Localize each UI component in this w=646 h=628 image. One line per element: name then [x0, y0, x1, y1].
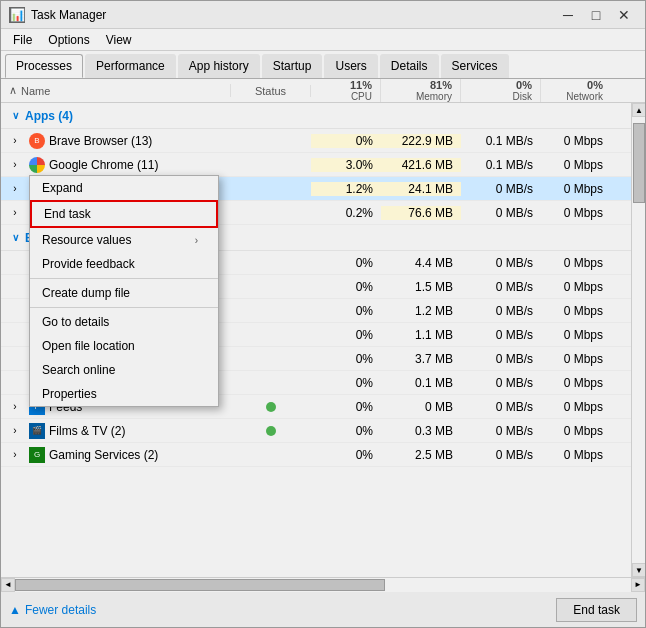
fewer-details-button[interactable]: ▲ Fewer details	[9, 603, 96, 617]
row-mem: 3.7 MB	[381, 352, 461, 366]
brave-label: Brave Browser (13)	[49, 134, 152, 148]
ctx-expand[interactable]: Expand	[30, 176, 218, 200]
row-cpu: 0%	[311, 424, 381, 438]
col-header-cpu[interactable]: 11% CPU	[311, 79, 381, 102]
expand-app4-icon[interactable]: ›	[9, 207, 21, 219]
ctx-search-online-label: Search online	[42, 363, 115, 377]
col-header-disk[interactable]: 0% Disk	[461, 79, 541, 102]
bottom-bar: ▲ Fewer details End task	[1, 591, 645, 627]
ctx-create-dump[interactable]: Create dump file	[30, 281, 218, 305]
table-row[interactable]: › 🎬 Films & TV (2) 0% 0.3 MB 0 MB/s 0 Mb…	[1, 419, 631, 443]
scroll-left-button[interactable]: ◄	[1, 578, 15, 592]
ctx-provide-feedback[interactable]: Provide feedback	[30, 252, 218, 276]
col-header-status[interactable]: Status	[231, 85, 311, 97]
row-disk: 0 MB/s	[461, 280, 541, 294]
minimize-button[interactable]: ─	[555, 5, 581, 25]
ctx-provide-feedback-label: Provide feedback	[42, 257, 135, 271]
green-dot-films	[266, 426, 276, 436]
col-header-network[interactable]: 0% Network	[541, 79, 611, 102]
films-label: Films & TV (2)	[49, 424, 125, 438]
col-header-memory[interactable]: 81% Memory	[381, 79, 461, 102]
expand-bg-icon[interactable]: ∨	[9, 232, 21, 244]
row-disk: 0 MB/s	[461, 304, 541, 318]
row-mem: 0.1 MB	[381, 376, 461, 390]
close-button[interactable]: ✕	[611, 5, 637, 25]
tab-app-history[interactable]: App history	[178, 54, 260, 78]
ctx-open-file-location[interactable]: Open file location	[30, 334, 218, 358]
tab-processes[interactable]: Processes	[5, 54, 83, 78]
expand-selected-icon[interactable]: ›	[9, 183, 21, 195]
expand-apps-icon[interactable]: ∨	[9, 110, 21, 122]
content-area: ∨ Apps (4) › B Brave Browser (13) 0% 222…	[1, 103, 645, 577]
ctx-end-task[interactable]: End task	[30, 200, 218, 228]
ctx-expand-label: Expand	[42, 181, 83, 195]
scrollbar-thumb[interactable]	[633, 123, 645, 203]
table-row[interactable]: › Google Chrome (11) 3.0% 421.6 MB 0.1 M…	[1, 153, 631, 177]
scroll-down-button[interactable]: ▼	[632, 563, 645, 577]
menu-options[interactable]: Options	[40, 31, 97, 49]
title-bar: 📊 Task Manager ─ □ ✕	[1, 1, 645, 29]
ctx-search-online[interactable]: Search online	[30, 358, 218, 382]
row-net: 0 Mbps	[541, 304, 611, 318]
row-net: 0 Mbps	[541, 280, 611, 294]
section-apps: ∨ Apps (4)	[1, 103, 631, 129]
table-row[interactable]: › G Gaming Services (2) 0% 2.5 MB 0 MB/s…	[1, 443, 631, 467]
horizontal-scrollbar[interactable]: ◄ ►	[1, 577, 645, 591]
row-mem: 24.1 MB	[381, 182, 461, 196]
menu-bar: File Options View	[1, 29, 645, 51]
row-cpu: 1.2%	[311, 182, 381, 196]
expand-brave-icon[interactable]: ›	[9, 135, 21, 147]
expand-films-icon[interactable]: ›	[9, 425, 21, 437]
tab-details[interactable]: Details	[380, 54, 439, 78]
row-cpu: 0%	[311, 328, 381, 342]
tab-services[interactable]: Services	[441, 54, 509, 78]
gaming-label: Gaming Services (2)	[49, 448, 158, 462]
tab-users[interactable]: Users	[324, 54, 377, 78]
ctx-open-file-location-label: Open file location	[42, 339, 135, 353]
ctx-go-to-details[interactable]: Go to details	[30, 310, 218, 334]
h-scroll-track	[15, 578, 631, 592]
row-net: 0 Mbps	[541, 376, 611, 390]
row-mem: 0 MB	[381, 400, 461, 414]
row-net: 0 Mbps	[541, 400, 611, 414]
h-scroll-thumb[interactable]	[15, 579, 385, 591]
ctx-properties-label: Properties	[42, 387, 97, 401]
table-header: ∧ Name Status 11% CPU 81% Memory 0% Disk…	[1, 79, 645, 103]
row-name-films: › 🎬 Films & TV (2)	[1, 423, 231, 439]
ctx-properties[interactable]: Properties	[30, 382, 218, 406]
row-cpu: 3.0%	[311, 158, 381, 172]
menu-view[interactable]: View	[98, 31, 140, 49]
row-net: 0 Mbps	[541, 134, 611, 148]
expand-feeds-icon[interactable]: ›	[9, 401, 21, 413]
tab-startup[interactable]: Startup	[262, 54, 323, 78]
row-mem: 0.3 MB	[381, 424, 461, 438]
table-row[interactable]: › B Brave Browser (13) 0% 222.9 MB 0.1 M…	[1, 129, 631, 153]
row-status	[231, 402, 311, 412]
gaming-icon: G	[29, 447, 45, 463]
col-header-name[interactable]: ∧ Name	[1, 84, 231, 97]
row-mem: 76.6 MB	[381, 206, 461, 220]
row-cpu: 0%	[311, 304, 381, 318]
fewer-details-arrow-icon: ▲	[9, 603, 21, 617]
row-disk: 0 MB/s	[461, 328, 541, 342]
row-net: 0 Mbps	[541, 448, 611, 462]
row-disk: 0 MB/s	[461, 424, 541, 438]
row-disk: 0.1 MB/s	[461, 158, 541, 172]
expand-gaming-icon[interactable]: ›	[9, 449, 21, 461]
tab-performance[interactable]: Performance	[85, 54, 176, 78]
end-task-button[interactable]: End task	[556, 598, 637, 622]
context-menu: Expand End task Resource values › Provid…	[29, 175, 219, 407]
ctx-resource-values[interactable]: Resource values ›	[30, 228, 218, 252]
expand-chrome-icon[interactable]: ›	[9, 159, 21, 171]
scrollbar[interactable]: ▲ ▼	[631, 103, 645, 577]
maximize-button[interactable]: □	[583, 5, 609, 25]
scroll-up-button[interactable]: ▲	[632, 103, 645, 117]
row-net: 0 Mbps	[541, 352, 611, 366]
chrome-icon	[29, 157, 45, 173]
scroll-right-button[interactable]: ►	[631, 578, 645, 592]
row-cpu: 0%	[311, 352, 381, 366]
menu-file[interactable]: File	[5, 31, 40, 49]
row-mem: 1.2 MB	[381, 304, 461, 318]
ctx-submenu-arrow: ›	[195, 235, 198, 246]
window-controls: ─ □ ✕	[555, 5, 637, 25]
